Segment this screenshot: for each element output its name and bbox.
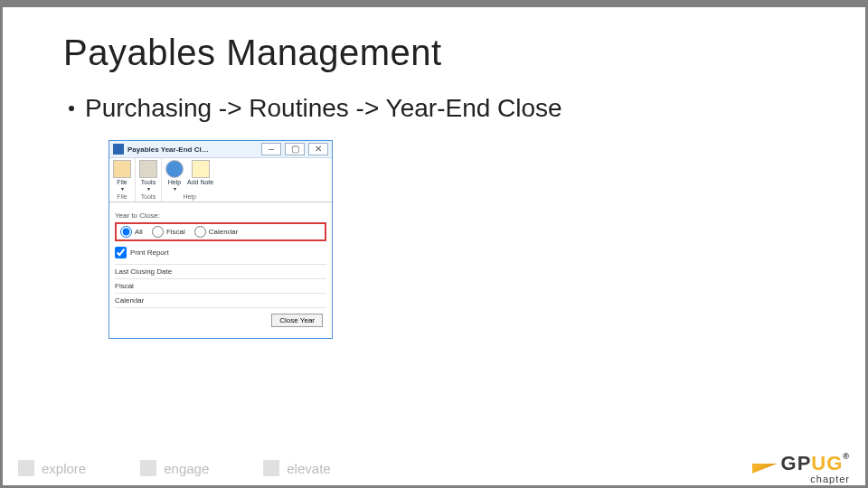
footer: explore engage elevate GPUG® chapter — [0, 448, 868, 488]
logo-reg-icon: ® — [843, 452, 850, 461]
tools-icon — [139, 160, 157, 178]
bullet-text: Purchasing -> Routines -> Year-End Close — [85, 94, 562, 123]
slide-title: Payables Management — [63, 33, 442, 73]
note-icon — [192, 160, 210, 178]
logo-gp: GP — [781, 452, 812, 474]
radio-fiscal-label: Fiscal — [166, 228, 185, 236]
close-year-button[interactable]: Close Year — [271, 314, 323, 327]
ribbon-group-tools: Tools ▾ Tools — [136, 158, 162, 202]
minimize-button[interactable]: – — [261, 143, 281, 155]
bullet-line: Purchasing -> Routines -> Year-End Close — [69, 94, 562, 123]
print-report-row: Print Report — [115, 247, 326, 258]
ribbon-group-file-label: File — [117, 193, 127, 200]
logo-chapter: chapter — [810, 474, 850, 484]
logo-text: GPUG® — [781, 452, 850, 475]
calendar-label: Calendar — [115, 296, 178, 305]
footer-engage: engage — [140, 460, 209, 476]
footer-explore-label: explore — [42, 461, 86, 476]
ribbon-group-tools-label: Tools — [141, 193, 156, 200]
ribbon-add-note-button[interactable]: Add Note — [187, 160, 213, 192]
logo-mark-icon — [752, 454, 778, 474]
last-closing-date-label: Last Closing Date — [115, 267, 178, 276]
year-to-close-radio-group: All Fiscal Calendar — [115, 222, 326, 241]
gpug-logo: GPUG® chapter — [752, 452, 850, 484]
ribbon-file-label: File — [117, 179, 127, 185]
footer-left: explore engage elevate — [18, 460, 331, 476]
print-report-label: Print Report — [130, 249, 169, 257]
calendar-row: Calendar — [115, 293, 326, 307]
elevate-icon — [263, 460, 279, 476]
radio-all[interactable]: All — [120, 226, 143, 238]
close-button[interactable]: ✕ — [308, 143, 328, 155]
app-window: Payables Year-End Cl… – ▢ ✕ File ▾ File — [108, 140, 333, 339]
engage-icon — [140, 460, 156, 476]
footer-elevate: elevate — [263, 460, 330, 476]
print-report-checkbox[interactable] — [115, 247, 127, 258]
folder-icon — [113, 160, 131, 178]
ribbon-group-help: Help ▾ Add Note Help — [162, 158, 217, 202]
footer-elevate-label: elevate — [287, 461, 330, 476]
window-titlebar: Payables Year-End Cl… – ▢ ✕ — [109, 141, 332, 158]
fiscal-label: Fiscal — [115, 282, 178, 290]
chevron-down-icon: ▾ — [121, 185, 124, 192]
ribbon-group-help-label: Help — [183, 193, 195, 200]
last-closing-date-row: Last Closing Date — [115, 264, 326, 278]
fiscal-row: Fiscal — [115, 278, 326, 293]
ribbon: File ▾ File Tools ▾ Tools — [109, 158, 332, 202]
radio-calendar-label: Calendar — [209, 228, 238, 236]
logo-brand: GPUG® — [752, 452, 850, 475]
ribbon-add-note-label: Add Note — [187, 179, 213, 185]
footer-engage-label: engage — [164, 461, 209, 476]
ribbon-file-button[interactable]: File ▾ — [113, 160, 131, 192]
bullet-dot-icon — [69, 106, 74, 111]
button-row: Close Year — [115, 307, 326, 333]
ribbon-help-label: Help — [168, 179, 181, 185]
explore-icon — [18, 460, 34, 476]
radio-all-label: All — [135, 228, 143, 236]
maximize-button[interactable]: ▢ — [285, 143, 305, 155]
window-body: Year to Close: All Fiscal Calendar Print… — [109, 202, 332, 338]
year-to-close-label: Year to Close: — [115, 211, 326, 220]
ribbon-tools-button[interactable]: Tools ▾ — [139, 160, 157, 192]
chevron-down-icon: ▾ — [147, 185, 150, 192]
app-icon — [113, 144, 124, 155]
help-icon — [165, 160, 184, 178]
radio-calendar[interactable]: Calendar — [194, 226, 238, 238]
radio-fiscal[interactable]: Fiscal — [152, 226, 185, 238]
logo-ug: UG — [811, 452, 843, 474]
window-title: Payables Year-End Cl… — [127, 145, 258, 154]
ribbon-tools-label: Tools — [141, 179, 156, 185]
chevron-down-icon: ▾ — [174, 185, 176, 192]
ribbon-help-button[interactable]: Help ▾ — [165, 160, 184, 192]
ribbon-group-file: File ▾ File — [109, 158, 136, 202]
footer-explore: explore — [18, 460, 86, 476]
